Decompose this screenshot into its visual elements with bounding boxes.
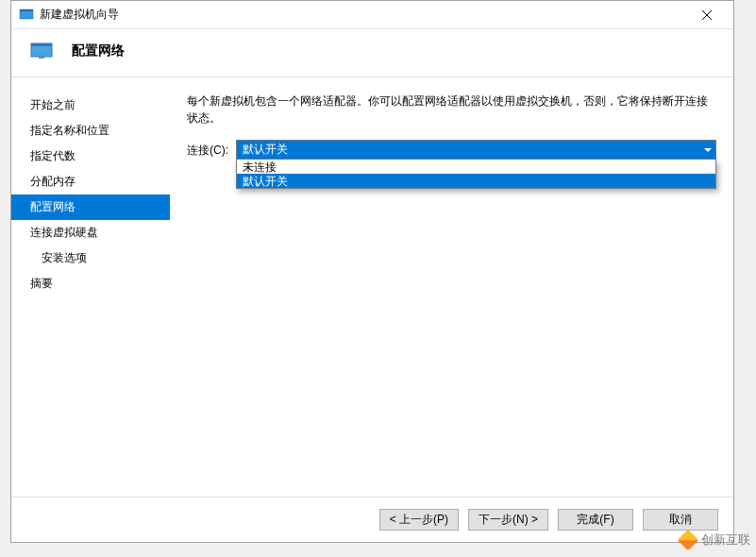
- finish-button[interactable]: 完成(F): [558, 509, 633, 531]
- wizard-steps-sidebar: 开始之前 指定名称和位置 指定代数 分配内存 配置网络 连接虚拟硬盘 安装选项 …: [11, 77, 170, 497]
- button-bar: < 上一步(P) 下一步(N) > 完成(F) 取消: [11, 497, 733, 542]
- page-title: 配置网络: [72, 42, 125, 59]
- cancel-button[interactable]: 取消: [643, 509, 718, 531]
- close-icon: [702, 10, 712, 20]
- sidebar-item-memory[interactable]: 分配内存: [11, 169, 170, 194]
- next-button[interactable]: 下一步(N) >: [468, 509, 548, 531]
- sidebar-item-before-begin[interactable]: 开始之前: [11, 93, 170, 118]
- content-area: 开始之前 指定名称和位置 指定代数 分配内存 配置网络 连接虚拟硬盘 安装选项 …: [11, 77, 733, 497]
- svg-rect-1: [20, 9, 33, 11]
- combo-selected-text: 默认开关: [243, 142, 288, 158]
- dropdown-option-default-switch[interactable]: 默认开关: [237, 174, 715, 188]
- sidebar-item-summary[interactable]: 摘要: [11, 271, 170, 296]
- previous-button[interactable]: < 上一步(P): [379, 509, 459, 531]
- wizard-header: 配置网络: [11, 29, 733, 77]
- main-panel: 每个新虚拟机包含一个网络适配器。你可以配置网络适配器以使用虚拟交换机，否则，它将…: [170, 77, 733, 497]
- sidebar-item-name-location[interactable]: 指定名称和位置: [11, 118, 170, 143]
- sidebar-item-generation[interactable]: 指定代数: [11, 143, 170, 169]
- connection-label: 连接(C):: [187, 140, 228, 159]
- app-icon: [19, 8, 34, 23]
- step-description: 每个新虚拟机包含一个网络适配器。你可以配置网络适配器以使用虚拟交换机，否则，它将…: [187, 93, 716, 127]
- titlebar: 新建虚拟机向导: [11, 1, 733, 29]
- connection-dropdown: 未连接 默认开关: [236, 160, 716, 189]
- sidebar-item-virtual-disk[interactable]: 连接虚拟硬盘: [11, 220, 170, 245]
- dropdown-option-not-connected[interactable]: 未连接: [237, 160, 715, 174]
- sidebar-item-install-options[interactable]: 安装选项: [11, 245, 170, 271]
- close-button[interactable]: [688, 2, 726, 28]
- connection-combobox[interactable]: 默认开关: [236, 140, 716, 160]
- chevron-down-icon: [704, 148, 712, 152]
- wizard-dialog: 新建虚拟机向导 配置网络 开始之前 指定名称和位置 指定代数 分配内存 配置网络…: [10, 0, 734, 543]
- svg-rect-6: [39, 57, 44, 59]
- svg-rect-5: [31, 43, 52, 46]
- monitor-icon: [30, 42, 53, 59]
- connection-row: 连接(C): 默认开关 未连接 默认开关: [187, 140, 716, 160]
- sidebar-item-network[interactable]: 配置网络: [11, 194, 170, 220]
- titlebar-title: 新建虚拟机向导: [40, 7, 688, 23]
- connection-combo-wrapper: 默认开关 未连接 默认开关: [236, 140, 716, 160]
